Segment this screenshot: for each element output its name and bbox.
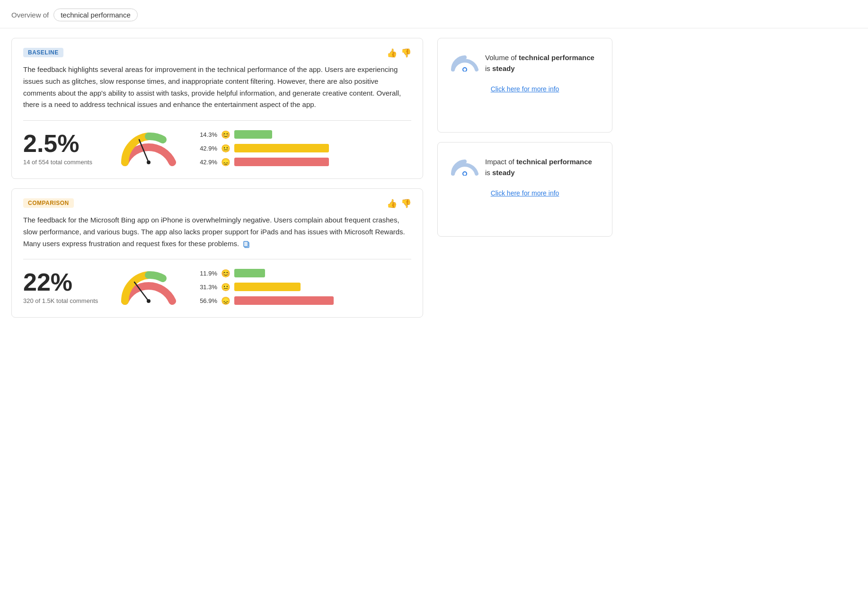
baseline-bar-chart: 14.3% 😊 42.9% 😐 42.9% 😞 — [198, 130, 329, 167]
volume-bold2: steady — [492, 64, 515, 72]
impact-insight-card: Impact of technical performance is stead… — [437, 142, 612, 237]
comparison-card-header: COMPARISON 👍 👎 — [23, 198, 411, 209]
comparison-percent: 22% — [23, 270, 99, 294]
comp-bar-row-2: 56.9% 😞 — [198, 296, 334, 305]
comp-bar-row-1: 31.3% 😐 — [198, 283, 334, 292]
volume-insight-text: Volume of technical performance is stead… — [485, 53, 599, 74]
comparison-badge: COMPARISON — [23, 198, 74, 208]
volume-more-info-link[interactable]: Click here for more info — [491, 85, 559, 93]
baseline-card: BASELINE 👍 👎 The feedback highlights sev… — [11, 38, 423, 179]
main-layout: BASELINE 👍 👎 The feedback highlights sev… — [0, 28, 868, 337]
baseline-thumbdown[interactable]: 👎 — [401, 48, 411, 58]
comp-bar-emoji-2: 😞 — [221, 296, 230, 305]
baseline-thumbup[interactable]: 👍 — [387, 48, 397, 58]
bar-emoji-2: 😞 — [221, 158, 230, 167]
comparison-bar-chart: 11.9% 😊 31.3% 😐 56.9% 😞 — [198, 269, 334, 305]
baseline-stat-main: 2.5% 14 of 554 total comments — [23, 131, 99, 166]
volume-text-mid: is — [485, 64, 492, 72]
comparison-thumbup[interactable]: 👍 — [387, 198, 397, 209]
svg-point-5 — [147, 299, 151, 303]
svg-rect-3 — [244, 241, 248, 247]
bar-row-1: 42.9% 😐 — [198, 144, 329, 153]
comp-bar-track-2 — [234, 296, 334, 305]
impact-bold1: technical performance — [516, 158, 592, 166]
baseline-card-header: BASELINE 👍 👎 — [23, 48, 411, 58]
baseline-badge: BASELINE — [23, 48, 63, 57]
comparison-sub: 320 of 1.5K total comments — [23, 297, 99, 304]
bar-row-2: 42.9% 😞 — [198, 158, 329, 167]
comparison-stat-main: 22% 320 of 1.5K total comments — [23, 270, 99, 304]
comp-bar-pct-0: 11.9% — [198, 270, 217, 277]
page-wrapper: Overview of technical performance BASELI… — [0, 0, 868, 604]
comparison-thumbs: 👍 👎 — [387, 198, 411, 209]
baseline-thumbs: 👍 👎 — [387, 48, 411, 58]
header: Overview of technical performance — [0, 0, 868, 28]
comparison-card: COMPARISON 👍 👎 The feedback for the Micr… — [11, 188, 423, 318]
svg-point-7 — [463, 68, 466, 71]
bar-track-0 — [234, 130, 272, 139]
comparison-thumbdown[interactable]: 👎 — [401, 198, 411, 209]
topic-tag: technical performance — [53, 9, 138, 21]
impact-insight-top: Impact of technical performance is stead… — [451, 157, 599, 178]
comparison-gauge-svg — [118, 268, 179, 306]
bar-emoji-0: 😊 — [221, 130, 230, 139]
bar-row-0: 14.3% 😊 — [198, 130, 329, 139]
bar-pct-2: 42.9% — [198, 159, 217, 166]
comparison-gauge — [118, 268, 179, 306]
volume-gauge-icon — [451, 53, 478, 71]
comp-bar-track-1 — [234, 283, 301, 291]
baseline-stats: 2.5% 14 of 554 total comments — [23, 129, 411, 167]
impact-text-before: Impact of — [485, 158, 514, 166]
bar-pct-0: 14.3% — [198, 131, 217, 138]
volume-text-before: Volume of — [485, 53, 517, 62]
baseline-percent: 2.5% — [23, 131, 99, 156]
svg-point-9 — [463, 172, 466, 175]
impact-text-mid: is — [485, 169, 492, 177]
overview-label: Overview of — [11, 11, 49, 19]
baseline-text: The feedback highlights several areas fo… — [23, 64, 411, 111]
comparison-text: The feedback for the Microsoft Bing app … — [23, 214, 411, 249]
left-column: BASELINE 👍 👎 The feedback highlights sev… — [11, 38, 423, 327]
volume-bold1: technical performance — [519, 53, 594, 62]
bar-track-1 — [234, 144, 329, 152]
right-column: Volume of technical performance is stead… — [423, 38, 612, 246]
volume-insight-top: Volume of technical performance is stead… — [451, 53, 599, 74]
baseline-divider — [23, 120, 411, 121]
copy-icon — [243, 240, 250, 248]
comparison-divider — [23, 259, 411, 259]
comp-bar-emoji-1: 😐 — [221, 283, 230, 292]
baseline-sub: 14 of 554 total comments — [23, 159, 99, 166]
bar-emoji-1: 😐 — [221, 144, 230, 153]
svg-point-1 — [147, 160, 151, 164]
comp-bar-track-0 — [234, 269, 265, 277]
baseline-gauge-svg — [118, 129, 179, 167]
baseline-gauge — [118, 129, 179, 167]
volume-insight-card: Volume of technical performance is stead… — [437, 38, 612, 133]
comparison-stats: 22% 320 of 1.5K total comments — [23, 268, 411, 306]
impact-gauge-icon — [451, 158, 478, 176]
comp-bar-row-0: 11.9% 😊 — [198, 269, 334, 278]
bar-track-2 — [234, 158, 329, 166]
impact-bold2: steady — [492, 169, 515, 177]
impact-insight-text: Impact of technical performance is stead… — [485, 157, 599, 178]
impact-more-info-link[interactable]: Click here for more info — [491, 189, 559, 197]
comp-bar-emoji-0: 😊 — [221, 269, 230, 278]
bar-pct-1: 42.9% — [198, 145, 217, 152]
comp-bar-pct-1: 31.3% — [198, 284, 217, 291]
comp-bar-pct-2: 56.9% — [198, 297, 217, 304]
